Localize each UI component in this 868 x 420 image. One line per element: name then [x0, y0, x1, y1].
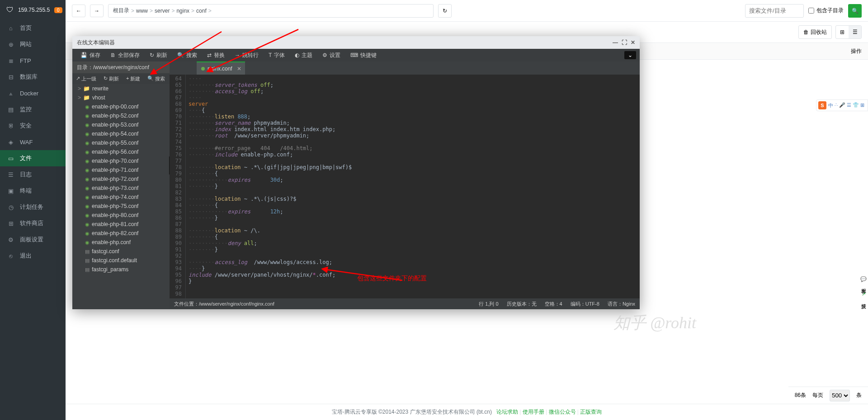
breadcrumb-item[interactable]: nginx — [176, 8, 189, 14]
tree-item-enable-php-00.conf[interactable]: ◉enable-php-00.conf — [72, 102, 170, 111]
help-客服[interactable]: 💬客服 — [859, 276, 868, 288]
toolbar-全部保存[interactable]: 🗎全部保存 — [106, 50, 144, 61]
tree-刷新[interactable]: ↻刷新 — [100, 76, 123, 82]
nav-item-计划任务[interactable]: ◷计划任务 — [0, 199, 66, 215]
nav-item-软件商店[interactable]: ⊞软件商店 — [0, 215, 66, 231]
tree-item-enable-php-73.conf[interactable]: ◉enable-php-73.conf — [72, 184, 170, 193]
ime-icon[interactable]: ☰ — [847, 102, 851, 109]
footer-link[interactable]: 正版查询 — [580, 409, 602, 415]
help-反馈[interactable]: ↗反馈 — [859, 291, 868, 302]
server-ip: 159.75.255.5 — [18, 7, 50, 13]
nav-item-安全[interactable]: ⛨安全 — [0, 118, 66, 134]
tree-item-vhost[interactable]: > 📁vhost — [72, 93, 170, 102]
tree-item-enable-php-54.conf[interactable]: ◉enable-php-54.conf — [72, 129, 170, 138]
toolbar-icon: 💾 — [80, 52, 87, 58]
tree-item-rewrite[interactable]: > 📁rewrite — [72, 84, 170, 93]
tree-item-enable-php-81.conf[interactable]: ◉enable-php-81.conf — [72, 220, 170, 229]
tree-item-enable-php-71.conf[interactable]: ◉enable-php-71.conf — [72, 165, 170, 175]
nav-forward[interactable]: → — [90, 5, 104, 17]
toolbar-字体[interactable]: T字体 — [264, 50, 289, 61]
nav-item-首页[interactable]: ⌂首页 — [0, 20, 66, 36]
nav-item-文件[interactable]: ▭文件 — [0, 150, 66, 166]
tree-item-enable-php-74.conf[interactable]: ◉enable-php-74.conf — [72, 193, 170, 202]
footer-link[interactable]: 论坛求助 — [496, 409, 518, 415]
grid-view-icon[interactable]: ⊞ — [836, 26, 849, 38]
ime-icon[interactable]: 中 — [828, 102, 833, 109]
search-input[interactable] — [745, 4, 804, 18]
list-view-icon[interactable]: ☰ — [849, 26, 861, 38]
recycle-button[interactable]: 🗑回收站 — [798, 25, 832, 39]
nav-item-数据库[interactable]: ⊟数据库 — [0, 69, 66, 85]
toolbar-主题[interactable]: ◐主题 — [290, 50, 317, 61]
code-content[interactable]: ···· ········server_tokens off; ········… — [186, 75, 352, 298]
ime-icon[interactable]: 👕 — [853, 102, 859, 109]
footer-link[interactable]: 使用手册 — [523, 409, 544, 415]
nav-item-WAF[interactable]: ◈WAF — [0, 134, 66, 150]
maximize-icon[interactable]: ⛶ — [622, 39, 627, 46]
tree-item-enable-php-56.conf[interactable]: ◉enable-php-56.conf — [72, 147, 170, 156]
toolbar-more-icon[interactable]: ⌄ — [624, 51, 636, 59]
tree-item-fastcgi.conf.default[interactable]: ▤fastcgi.conf.default — [72, 256, 170, 265]
tree-item-fastcgi.conf[interactable]: ▤fastcgi.conf — [72, 247, 170, 256]
tree-item-enable-php-70.conf[interactable]: ◉enable-php-70.conf — [72, 156, 170, 165]
tree-item-enable-php-55.conf[interactable]: ◉enable-php-55.conf — [72, 138, 170, 147]
file-tree[interactable]: > 📁rewrite> 📁vhost◉enable-php-00.conf◉en… — [72, 84, 170, 309]
nav-item-网站[interactable]: ⊕网站 — [0, 36, 66, 52]
history[interactable]: 历史版本：无 — [507, 301, 537, 307]
tree-item-fastcgi_params[interactable]: ▤fastcgi_params — [72, 265, 170, 274]
tree-上一级[interactable]: ↗上一级 — [72, 76, 100, 82]
indent[interactable]: 空格：4 — [545, 301, 562, 307]
tree-item-enable-php-72.conf[interactable]: ◉enable-php-72.conf — [72, 175, 170, 184]
nav-item-面板设置[interactable]: ⚙面板设置 — [0, 231, 66, 248]
lang[interactable]: 语言：Nginx — [608, 301, 635, 307]
toolbar-刷新[interactable]: ↻刷新 — [145, 50, 172, 61]
tree-item-enable-php-80.conf[interactable]: ◉enable-php-80.conf — [72, 211, 170, 220]
nav-label: 计划任务 — [20, 203, 43, 211]
ime-icon[interactable]: ⊞ — [860, 102, 864, 109]
breadcrumb-item[interactable]: server — [155, 8, 170, 14]
notif-badge[interactable]: 0 — [54, 7, 62, 13]
nav-back[interactable]: ← — [72, 5, 85, 17]
toolbar-快捷键[interactable]: ⌨快捷键 — [346, 50, 381, 61]
nav-item-终端[interactable]: ▣终端 — [0, 183, 66, 199]
close-icon[interactable]: ✕ — [631, 39, 635, 46]
toolbar-搜索[interactable]: 🔍搜索 — [173, 50, 202, 61]
per-page-select[interactable]: 500 — [830, 390, 850, 401]
breadcrumb-item[interactable]: www — [136, 8, 148, 14]
tree-item-enable-php-82.conf[interactable]: ◉enable-php-82.conf — [72, 229, 170, 238]
tree-搜索[interactable]: 🔍搜索 — [144, 76, 169, 82]
include-subdir-checkbox[interactable]: 包含子目录 — [808, 7, 844, 14]
nav-item-FTP[interactable]: ≣FTP — [0, 52, 66, 69]
tab-close-icon[interactable]: ✕ — [237, 66, 241, 72]
breadcrumb-item[interactable]: 根目录 — [113, 7, 129, 14]
toolbar-设置[interactable]: ⚙设置 — [318, 50, 345, 61]
modal-titlebar[interactable]: 在线文本编辑器 — ⛶ ✕ — [72, 36, 640, 49]
toolbar-跳转行[interactable]: →跳转行 — [230, 50, 263, 61]
tree-item-enable-php-75.conf[interactable]: ◉enable-php-75.conf — [72, 202, 170, 211]
footer-link[interactable]: 微信公众号 — [549, 409, 576, 415]
search-button[interactable]: 🔍 — [848, 4, 862, 18]
breadcrumb[interactable]: 根目录>www>server>nginx>conf> — [108, 4, 434, 18]
nav-item-监控[interactable]: ▤监控 — [0, 101, 66, 118]
editor-tab[interactable]: nginx.conf ✕ — [197, 61, 245, 75]
ime-icon[interactable]: 🎤 — [839, 102, 845, 109]
minimize-icon[interactable]: — — [613, 39, 618, 46]
tree-item-enable-php.conf[interactable]: ◉enable-php.conf — [72, 238, 170, 247]
tree-item-enable-php-53.conf[interactable]: ◉enable-php-53.conf — [72, 120, 170, 129]
nav-item-Docker[interactable]: ⟁Docker — [0, 85, 66, 101]
tree-item-enable-php-52.conf[interactable]: ◉enable-php-52.conf — [72, 111, 170, 120]
modal-title: 在线文本编辑器 — [77, 39, 115, 47]
view-toggle[interactable]: ⊞ ☰ — [835, 25, 862, 39]
nav-item-退出[interactable]: ⎋退出 — [0, 248, 66, 264]
code-area[interactable]: 6465666768697071727374757677787980818283… — [170, 75, 640, 298]
ime-toolbar[interactable]: S 中∴🎤☰👕⊞ — [816, 99, 868, 111]
encoding[interactable]: 编码：UTF-8 — [571, 301, 599, 307]
toolbar-保存[interactable]: 💾保存 — [76, 50, 105, 61]
nav-item-日志[interactable]: ☰日志 — [0, 166, 66, 183]
tree-新建[interactable]: +新建 — [123, 76, 144, 82]
breadcrumb-item[interactable]: conf — [196, 8, 207, 14]
toolbar-icon: 🗎 — [110, 52, 116, 58]
toolbar-替换[interactable]: ⇄替换 — [203, 50, 229, 61]
ime-icon[interactable]: ∴ — [835, 102, 838, 109]
refresh-button[interactable]: ↻ — [438, 4, 452, 18]
